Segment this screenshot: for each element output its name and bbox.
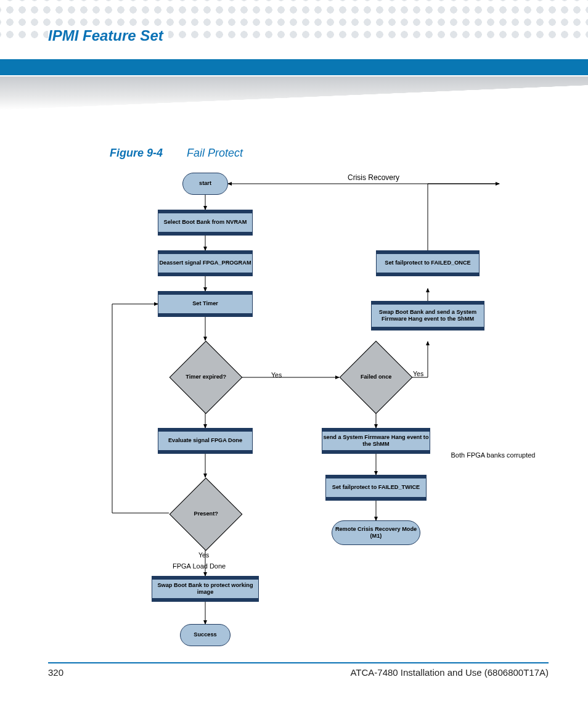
edge-label-yes-1: Yes (271, 371, 282, 379)
blue-band (0, 59, 588, 75)
node-set-timer: Set Timer (158, 291, 253, 317)
node-set-failed-once: Set failprotect to FAILED_ONCE (376, 250, 480, 276)
flow-connectors (43, 165, 542, 659)
figure-title: Fail Protect (187, 147, 243, 159)
node-send-hang: send a System Firmware Hang event to the… (322, 428, 430, 454)
edge-label-yes-3: Yes (198, 551, 209, 559)
node-deassert: Deassert signal FPGA_PROGRAM (158, 250, 253, 276)
node-swap-protect: Swap Boot Bank to protect working image (152, 576, 259, 602)
node-failed-once-label: Failed once (351, 374, 401, 381)
document-title: ATCA-7480 Installation and Use (6806800T… (350, 667, 549, 678)
figure-number: Figure 9-4 (110, 147, 163, 159)
label-both-corrupted: Both FPGA banks corrupted (450, 451, 536, 459)
edge-label-yes-2: Yes (413, 370, 423, 377)
label-fpga-load-done: FPGA Load Done (173, 562, 226, 570)
page-number: 320 (48, 667, 63, 678)
node-remote-crisis: Remote Crisis Recovery Mode (M1) (332, 520, 420, 545)
gray-band (0, 76, 588, 110)
node-success: Success (180, 624, 231, 646)
node-set-failed-twice: Set failprotect to FAILED_TWICE (325, 475, 427, 501)
node-start: start (182, 173, 228, 195)
node-select-boot: Select Boot Bank from NVRAM (158, 210, 253, 236)
label-crisis-recovery: Crisis Recovery (348, 173, 399, 182)
footer-rule (48, 662, 549, 663)
section-title: IPMI Feature Set (48, 27, 168, 48)
node-eval-fpga: Evaluate signal FPGA Done (158, 428, 253, 454)
node-present-label: Present? (181, 511, 231, 518)
flowchart: start Select Boot Bank from NVRAM Deasse… (43, 165, 542, 659)
figure-caption: Figure 9-4 Fail Protect (110, 147, 243, 160)
node-timer-expired-label: Timer expired? (181, 374, 231, 381)
node-swap-send: Swap Boot Bank and send a System Firmwar… (371, 301, 484, 330)
